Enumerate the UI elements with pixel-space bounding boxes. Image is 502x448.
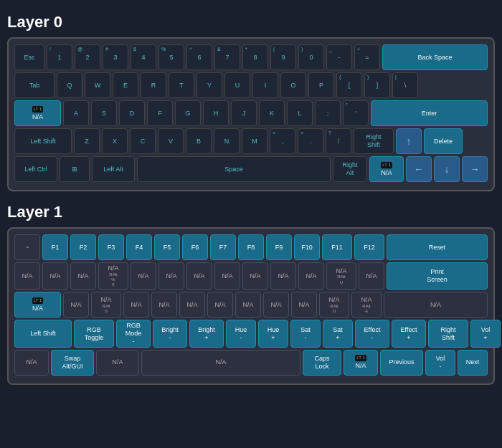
key-n-a[interactable]: N/A: [242, 262, 268, 290]
key-d[interactable]: D: [119, 100, 145, 126]
key-f12[interactable]: F12: [354, 234, 384, 260]
key-f[interactable]: F: [147, 100, 173, 126]
key-n-a[interactable]: N/A: [179, 292, 205, 318]
key-8[interactable]: *8: [242, 44, 268, 70]
key-c[interactable]: C: [130, 128, 156, 154]
key-sat--[interactable]: Sat +: [323, 320, 353, 347]
key-n-a[interactable]: N/A: [158, 262, 184, 290]
key-vol--[interactable]: Vol +: [470, 320, 501, 347]
key-n-a[interactable]: N/A: [214, 262, 240, 290]
key-n-a[interactable]: N/A: [151, 292, 177, 318]
key-f10[interactable]: F10: [294, 234, 320, 260]
key-right-alt[interactable]: Right Alt: [333, 156, 367, 182]
key-n[interactable]: N: [214, 128, 240, 154]
key-j[interactable]: J: [231, 100, 257, 126]
key-4[interactable]: $4: [131, 44, 156, 70]
key-bright--[interactable]: Bright +: [189, 320, 224, 347]
key--[interactable]: _-: [326, 44, 352, 70]
key-g[interactable]: G: [175, 100, 201, 126]
key-tab[interactable]: Tab: [14, 72, 55, 98]
key-caps-lock[interactable]: Caps Lock: [303, 350, 341, 376]
key--[interactable]: ↑: [396, 128, 422, 154]
key-f2[interactable]: F2: [70, 234, 96, 260]
key-left-shift[interactable]: Left Shift: [14, 320, 72, 347]
key-print-screen[interactable]: Print Screen: [387, 262, 488, 290]
key-n-a[interactable]: N/A: [263, 292, 289, 318]
key-effect--[interactable]: Effect +: [392, 320, 426, 347]
key--[interactable]: {[: [336, 72, 362, 98]
key-right-shift[interactable]: Right Shift: [428, 320, 468, 347]
key-next[interactable]: Next: [458, 350, 488, 376]
key-hue--[interactable]: Hue +: [258, 320, 288, 347]
key--[interactable]: >.: [298, 128, 323, 154]
key-n-a[interactable]: N/A: [235, 292, 261, 318]
key-2[interactable]: @2: [75, 44, 100, 70]
key-f5[interactable]: F5: [154, 234, 180, 260]
key-f11[interactable]: F11: [322, 234, 352, 260]
key-n-a[interactable]: N/ARAlt O: [319, 292, 349, 318]
key-n-a[interactable]: N/A: [42, 262, 68, 290]
key-z[interactable]: Z: [74, 128, 100, 154]
key-b[interactable]: B: [186, 128, 212, 154]
key-rgb-toggle[interactable]: RGB Toggle: [74, 320, 114, 347]
key-n-a[interactable]: N/A: [63, 292, 89, 318]
key--[interactable]: <,: [270, 128, 295, 154]
key--[interactable]: ~: [14, 234, 40, 260]
key-n-a[interactable]: N/A: [131, 262, 156, 290]
key-n-a[interactable]: N/A: [270, 262, 296, 290]
key-f6[interactable]: F6: [182, 234, 208, 260]
key-n-a[interactable]: N/A: [359, 262, 384, 290]
key-n-a[interactable]: N/A: [14, 350, 49, 376]
key-space[interactable]: Space: [137, 156, 331, 182]
key-q[interactable]: Q: [57, 72, 82, 98]
key-esc[interactable]: Esc: [14, 44, 44, 70]
key-effect--[interactable]: Effect -: [355, 320, 389, 347]
key-k[interactable]: K: [259, 100, 285, 126]
key-n-a[interactable]: N/A: [291, 292, 317, 318]
key-m[interactable]: M: [242, 128, 267, 154]
key-hue--[interactable]: Hue -: [226, 320, 256, 347]
key-n-a[interactable]: N/A: [384, 292, 488, 318]
key-sat--[interactable]: Sat -: [290, 320, 321, 347]
key-f7[interactable]: F7: [210, 234, 236, 260]
key-0[interactable]: )0: [298, 44, 324, 70]
key--[interactable]: ↓: [434, 156, 460, 182]
key--[interactable]: ?/: [326, 128, 351, 154]
key-w[interactable]: W: [85, 72, 110, 98]
key-y[interactable]: Y: [196, 72, 222, 98]
key-n-a[interactable]: N/A: [70, 262, 96, 290]
key-right-shift[interactable]: Right Shift: [354, 128, 394, 154]
key-1[interactable]: !1: [47, 44, 72, 70]
key--[interactable]: +=: [354, 44, 380, 70]
key-n-a[interactable]: N/ARAlt A: [351, 292, 382, 318]
key-rgb-mode--[interactable]: RGB Mode -: [116, 320, 151, 347]
key-9[interactable]: (9: [270, 44, 296, 70]
key--[interactable]: |\: [392, 72, 418, 98]
key-n-a[interactable]: N/A: [141, 350, 300, 376]
key-x[interactable]: X: [102, 128, 128, 154]
key-left-ctrl[interactable]: Left Ctrl: [14, 156, 57, 182]
key-6[interactable]: ^6: [186, 44, 212, 70]
key-enter[interactable]: Enter: [371, 100, 488, 126]
key-o[interactable]: O: [280, 72, 306, 98]
key-n-a[interactable]: N/A: [14, 262, 40, 290]
key-i[interactable]: I: [252, 72, 278, 98]
key-n-a[interactable]: LT 1N/A: [369, 156, 404, 182]
key-3[interactable]: #3: [103, 44, 128, 70]
key-r[interactable]: R: [141, 72, 166, 98]
key-l[interactable]: L: [287, 100, 313, 126]
key-left-alt[interactable]: Left Alt: [92, 156, 135, 182]
key--[interactable]: ⊞: [60, 156, 90, 182]
key-n-a[interactable]: LT 1N/A: [14, 292, 61, 318]
key-n-a[interactable]: N/ARAlt % 5: [98, 262, 128, 290]
key-f8[interactable]: F8: [238, 234, 264, 260]
key-p[interactable]: P: [308, 72, 334, 98]
key-f1[interactable]: F1: [42, 234, 68, 260]
key-left-shift[interactable]: Left Shift: [14, 128, 72, 154]
key-back-space[interactable]: Back Space: [382, 44, 488, 70]
key--[interactable]: }]: [364, 72, 390, 98]
key-n-a[interactable]: N/A: [298, 262, 324, 290]
key-bright--[interactable]: Bright -: [153, 320, 187, 347]
key-n-a[interactable]: LT 1N/A: [14, 100, 61, 126]
key-n-a[interactable]: LT 1N/A: [344, 350, 378, 376]
